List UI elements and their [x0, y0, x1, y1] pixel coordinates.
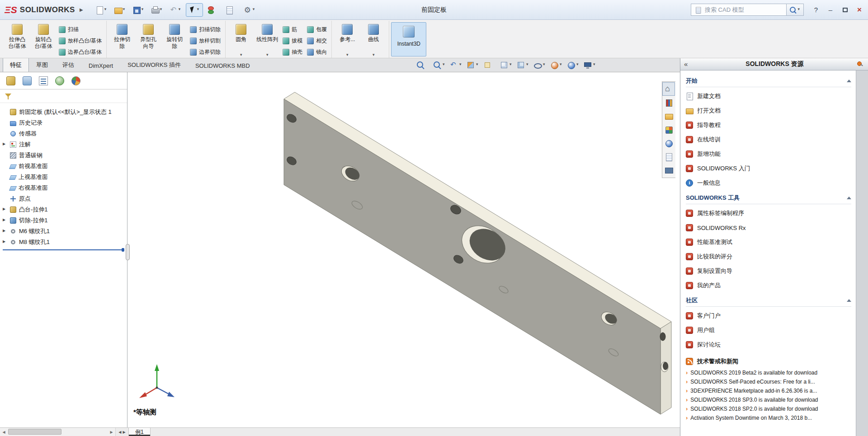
- view-tool-button[interactable]: [465, 59, 481, 71]
- tree-item[interactable]: 原点: [0, 193, 127, 204]
- chevron-down-icon[interactable]: [798, 8, 802, 12]
- task-pane-tab[interactable]: [662, 150, 675, 164]
- ribbon-button-small[interactable]: 边界切除: [188, 47, 223, 58]
- ribbon-button[interactable]: 线性阵列: [254, 22, 280, 54]
- manager-tab[interactable]: [71, 76, 80, 85]
- resource-link[interactable]: 新建文档: [686, 89, 851, 103]
- command-tab[interactable]: SOLIDWORKS MBD: [188, 59, 257, 72]
- ribbon-button-small[interactable]: 镜向: [305, 47, 329, 58]
- expand-arrow-icon[interactable]: [3, 207, 7, 212]
- view-tool-button[interactable]: [499, 59, 514, 71]
- chevron-down-icon[interactable]: [526, 63, 530, 67]
- instant3d-toggle[interactable]: Instant3D: [391, 22, 426, 56]
- chevron-down-icon[interactable]: [509, 63, 513, 67]
- resource-link[interactable]: 新增功能: [686, 147, 851, 161]
- chevron-up-icon[interactable]: [847, 80, 851, 82]
- ribbon-button[interactable]: 旋转切 除: [161, 22, 188, 54]
- panel-splitter-handle[interactable]: [126, 244, 130, 260]
- ribbon-button[interactable]: 旋转凸 台/基体: [30, 22, 57, 54]
- resource-link[interactable]: 一般信息: [686, 176, 851, 190]
- tree-item[interactable]: 右视基准面: [0, 183, 127, 193]
- toolbar-button[interactable]: [241, 3, 259, 17]
- toolbar-button[interactable]: [112, 3, 129, 17]
- resource-link[interactable]: 指导教程: [686, 118, 851, 132]
- chevron-down-icon[interactable]: [104, 8, 108, 12]
- news-link[interactable]: Activation System Downtime on March 3, 2…: [686, 413, 851, 422]
- tree-item[interactable]: 凸台-拉伸1: [0, 204, 127, 215]
- tree-root-item[interactable]: 前固定板 (默认<<默认>_显示状态 1: [0, 107, 127, 117]
- toolbar-button[interactable]: [223, 3, 240, 17]
- news-link[interactable]: SOLIDWORKS Self-Paced eCourses: Free for…: [686, 377, 851, 386]
- menu-expander-icon[interactable]: ▶: [80, 7, 83, 12]
- resource-link[interactable]: 探讨论坛: [686, 338, 851, 352]
- news-link[interactable]: SOLIDWORKS 2018 SP3.0 is available for d…: [686, 395, 851, 404]
- view-tool-button[interactable]: [432, 59, 447, 71]
- chevron-down-icon[interactable]: [459, 63, 463, 67]
- search-button[interactable]: [787, 4, 804, 16]
- view-tool-button[interactable]: [532, 59, 547, 71]
- resource-link[interactable]: 打开文档: [686, 103, 851, 118]
- section-header-tools[interactable]: SOLIDWORKS 工具: [686, 194, 851, 204]
- resource-link[interactable]: 性能基准测试: [686, 235, 851, 249]
- chevron-down-icon[interactable]: [346, 50, 349, 54]
- ribbon-button-small[interactable]: 放样凸台/基体: [57, 35, 104, 47]
- chevron-down-icon[interactable]: [476, 63, 480, 67]
- scroll-right-icon[interactable]: ▶: [108, 428, 115, 436]
- view-tool-button[interactable]: [448, 59, 464, 71]
- resource-link[interactable]: 复制设置向导: [686, 264, 851, 278]
- tree-item[interactable]: 传感器: [0, 128, 127, 139]
- resource-link[interactable]: SOLIDWORKS Rx: [686, 220, 851, 235]
- chevron-down-icon[interactable]: [253, 8, 256, 12]
- chevron-down-icon[interactable]: [576, 63, 580, 67]
- toolbar-button[interactable]: [149, 3, 166, 17]
- ribbon-button-small[interactable]: 相交: [305, 35, 329, 47]
- chevron-down-icon[interactable]: [560, 63, 563, 67]
- resource-link[interactable]: 我的产品: [686, 278, 851, 293]
- tree-item[interactable]: 前视基准面: [0, 161, 127, 172]
- expand-arrow-icon[interactable]: [3, 229, 7, 234]
- task-pane-tab[interactable]: [662, 109, 675, 123]
- search-input[interactable]: [705, 6, 784, 13]
- task-pane-tab[interactable]: [662, 136, 675, 150]
- chevron-down-icon[interactable]: [123, 8, 127, 12]
- rollback-bar[interactable]: [3, 249, 123, 250]
- toolbar-button[interactable]: [167, 3, 184, 17]
- news-link[interactable]: 3DEXPERIENCE Marketplace add-in 6.26.306…: [686, 386, 851, 395]
- collapse-panel-icon[interactable]: «: [684, 60, 693, 68]
- chevron-down-icon[interactable]: [543, 63, 547, 67]
- tree-item[interactable]: M6 螺纹孔1: [0, 226, 127, 237]
- toolbar-button[interactable]: [186, 3, 203, 17]
- motion-study-tab[interactable]: 例1: [128, 428, 151, 436]
- ribbon-button-small[interactable]: 包覆: [305, 24, 329, 35]
- ribbon-button-small[interactable]: 边界凸台/基体: [57, 47, 104, 58]
- graphics-viewport[interactable]: *等轴测: [128, 72, 680, 427]
- chevron-up-icon[interactable]: [847, 299, 851, 302]
- tree-item[interactable]: 注解: [0, 139, 127, 150]
- command-tab[interactable]: 特征: [3, 58, 29, 72]
- toolbar-button[interactable]: [204, 3, 222, 17]
- ribbon-button-small[interactable]: 放样切割: [188, 35, 223, 47]
- command-tab[interactable]: 草图: [29, 58, 55, 72]
- task-pane-tab[interactable]: [662, 82, 675, 96]
- pin-panel-icon[interactable]: [856, 61, 863, 68]
- chevron-down-icon[interactable]: [179, 8, 182, 12]
- view-tool-button[interactable]: [549, 59, 564, 71]
- resource-link[interactable]: 在线培训: [686, 132, 851, 147]
- resource-link[interactable]: 属性标签编制程序: [686, 206, 851, 220]
- help-button[interactable]: ?: [810, 4, 822, 15]
- ribbon-button-small[interactable]: 扫描: [57, 24, 104, 35]
- ribbon-button-small[interactable]: 抽壳: [280, 47, 305, 58]
- manager-tab[interactable]: [55, 76, 64, 85]
- resource-link[interactable]: 比较我的评分: [686, 249, 851, 264]
- search-box[interactable]: [691, 4, 787, 16]
- tree-horizontal-scrollbar[interactable]: ◀ ▶: [0, 428, 116, 436]
- close-button[interactable]: ×: [854, 4, 865, 15]
- chevron-down-icon[interactable]: [373, 50, 375, 54]
- news-link[interactable]: SOLIDWORKS 2019 Beta2 is available for d…: [686, 368, 851, 377]
- resource-link[interactable]: SOLIDWORKS 入门: [686, 161, 851, 176]
- toolbar-button[interactable]: [93, 3, 110, 17]
- ribbon-button-small[interactable]: 扫描切除: [188, 24, 223, 35]
- command-tab[interactable]: SOLIDWORKS 插件: [120, 58, 188, 72]
- scroll-left-icon[interactable]: ◀: [0, 428, 8, 436]
- expand-arrow-icon[interactable]: [3, 239, 7, 245]
